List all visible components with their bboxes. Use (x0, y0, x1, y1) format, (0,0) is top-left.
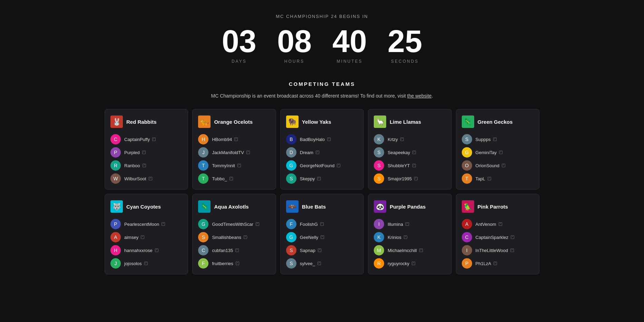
player-name: Michaelmcchill (388, 248, 423, 253)
player-list: FFoolishGGGeeNellySSapnapSsylvee_ (286, 219, 358, 269)
player-avatar: T (198, 173, 208, 184)
team-header: 🐼Purple Pandas (374, 200, 446, 213)
external-link-icon (320, 222, 324, 226)
player-item[interactable]: IInTheLittleWood (462, 245, 534, 255)
player-item[interactable]: BBadBoyHalo (286, 134, 358, 144)
external-link-icon (162, 222, 165, 226)
player-item[interactable]: CCaptainPuffy (110, 134, 182, 144)
player-item[interactable]: SSmallishbeans (198, 232, 270, 242)
player-avatar: S (198, 232, 208, 242)
player-item[interactable]: HHBomb94 (198, 134, 270, 144)
player-item[interactable]: Rryguyrocky (374, 258, 446, 269)
player-item[interactable]: SSeapeekay (374, 147, 446, 158)
team-icon: 🦜 (462, 200, 474, 213)
player-item[interactable]: KKrtzy (374, 134, 446, 144)
team-card-pink-parrots: 🦜Pink ParrotsAAntVenomCCaptainSparklezII… (456, 194, 539, 274)
player-avatar: A (462, 219, 472, 229)
player-item[interactable]: SSuppps (462, 134, 534, 144)
player-name: CaptainSparklez (476, 235, 514, 240)
external-link-icon (230, 177, 233, 180)
external-link-icon (400, 138, 404, 141)
player-item[interactable]: SShubbleYT (374, 160, 446, 171)
team-name: Lime Llamas (390, 119, 421, 125)
player-item[interactable]: GGeeNelly (286, 232, 358, 242)
player-item[interactable]: DDream (286, 147, 358, 158)
player-item[interactable]: Aaimsey (110, 232, 182, 242)
player-avatar: F (286, 219, 296, 229)
player-avatar: S (286, 258, 296, 269)
player-name: TommyInnit (212, 163, 241, 168)
website-link[interactable]: the website (407, 93, 432, 99)
player-avatar: C (198, 245, 208, 255)
player-avatar: G (198, 219, 208, 229)
player-item[interactable]: TTapL (462, 173, 534, 184)
player-avatar: P (110, 147, 121, 158)
team-name: Green Geckos (478, 119, 513, 125)
external-link-icon (317, 177, 321, 180)
player-item[interactable]: Hhannahxxrose (110, 245, 182, 255)
external-link-icon (236, 262, 239, 265)
team-card-aqua-axolotls: 🦎Aqua AxolotlsGGoodTimesWithScarSSmallis… (192, 194, 276, 274)
player-item[interactable]: GGeminiTay (462, 147, 534, 158)
player-avatar: B (286, 134, 296, 144)
player-item[interactable]: SSkeppy (286, 173, 358, 184)
player-item[interactable]: SSapnap (286, 245, 358, 255)
team-name: Aqua Axolotls (214, 204, 248, 210)
player-name: ryguyrocky (388, 261, 415, 266)
external-link-icon (155, 249, 158, 252)
player-item[interactable]: GGoodTimesWithScar (198, 219, 270, 229)
player-item[interactable]: IIllumina (374, 219, 446, 229)
player-item[interactable]: Ffruitberries (198, 258, 270, 269)
player-item[interactable]: Ssylvee_ (286, 258, 358, 269)
player-item[interactable]: SSmajor1995 (374, 173, 446, 184)
countdown-numbers: 03 DAYS 08 HOURS 40 MINUTES 25 SECONDS (7, 26, 637, 64)
player-avatar: A (110, 232, 121, 242)
player-item[interactable]: AAntVenom (462, 219, 534, 229)
player-item[interactable]: TTubbo_ (198, 173, 270, 184)
player-avatar: S (374, 160, 384, 171)
team-name: Yellow Yaks (302, 119, 331, 125)
player-item[interactable]: JJackManifoldTV (198, 147, 270, 158)
external-link-icon (142, 151, 146, 154)
external-link-icon (406, 222, 409, 226)
player-item[interactable]: MMichaelmcchill (374, 245, 446, 255)
player-avatar: R (374, 258, 384, 269)
external-link-icon (499, 151, 502, 154)
external-link-icon (316, 151, 319, 154)
player-item[interactable]: RRanboo (110, 160, 182, 171)
player-name: fruitberries (212, 261, 239, 266)
player-item[interactable]: CCaptainSparklez (462, 232, 534, 242)
player-item[interactable]: GGeorgeNotFound (286, 160, 358, 171)
external-link-icon (318, 262, 321, 265)
player-list: GGoodTimesWithScarSSmallishbeansCcubfan1… (198, 219, 270, 269)
player-item[interactable]: PPearlescentMoon (110, 219, 182, 229)
section-desc-text: MC Championship is an event broadcast ac… (211, 93, 406, 99)
player-item[interactable]: PPh1LzA (462, 258, 534, 269)
player-item[interactable]: OOrionSound (462, 160, 534, 171)
team-header: 🦇Blue Bats (286, 200, 358, 213)
team-icon: 🦎 (462, 115, 474, 128)
player-item[interactable]: WWilburSoot (110, 173, 182, 184)
player-name: Suppps (476, 137, 497, 142)
player-avatar: M (374, 245, 384, 255)
player-item[interactable]: KKrinios (374, 232, 446, 242)
player-avatar: S (374, 147, 384, 158)
player-name: Sapnap (300, 248, 321, 253)
player-avatar: S (286, 173, 296, 184)
player-item[interactable]: Jjojosolos (110, 258, 182, 269)
external-link-icon (510, 249, 514, 252)
countdown-seconds: 25 SECONDS (388, 26, 422, 64)
player-avatar: S (286, 245, 296, 255)
player-item[interactable]: Ccubfan135 (198, 245, 270, 255)
external-link-icon (235, 249, 239, 252)
player-avatar: I (374, 219, 384, 229)
player-item[interactable]: TTommyInnit (198, 160, 270, 171)
player-avatar: C (110, 134, 121, 144)
team-header: 🦎Green Geckos (462, 115, 534, 128)
teams-section: COMPETING TEAMS MC Championship is an ev… (105, 81, 539, 274)
player-item[interactable]: FFoolishG (286, 219, 358, 229)
player-item[interactable]: PPurpled (110, 147, 182, 158)
player-avatar: S (462, 134, 472, 144)
player-avatar: S (374, 173, 384, 184)
player-avatar: K (374, 134, 384, 144)
